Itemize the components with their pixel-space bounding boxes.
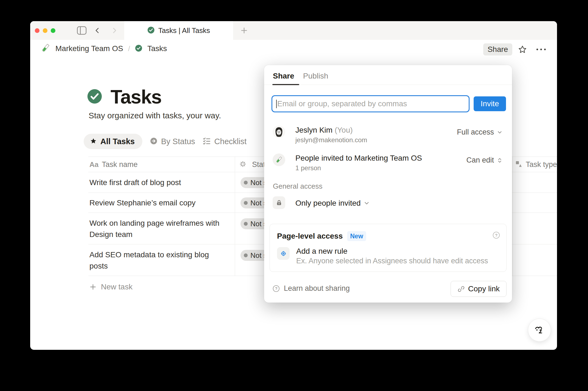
svg-text:?: ? bbox=[495, 233, 497, 238]
star-icon bbox=[90, 138, 97, 145]
view-tab-by-status[interactable]: By Status bbox=[150, 137, 195, 146]
column-divider[interactable] bbox=[235, 157, 235, 276]
minimize-window-button[interactable] bbox=[43, 28, 47, 33]
new-badge: New bbox=[347, 231, 366, 241]
active-tab-underline bbox=[272, 84, 299, 85]
screenshot-stage: Tasks | All Tasks Marketing Team OS / Ta… bbox=[0, 0, 588, 391]
task-name-cell[interactable]: Add SEO metadata to existing blog posts bbox=[89, 249, 225, 272]
add-rule-title[interactable]: Add a new rule bbox=[296, 247, 347, 256]
page-level-access-section: Page-level access New ? Add a new rule E… bbox=[270, 224, 507, 272]
nav-forward-icon[interactable] bbox=[110, 21, 118, 40]
column-header-task-name[interactable]: Aa Task name bbox=[89, 157, 138, 172]
page-subtitle: Stay organized with tasks, your way. bbox=[89, 111, 221, 120]
svg-text:?: ? bbox=[275, 286, 277, 291]
breadcrumb-workspace[interactable]: Marketing Team OS bbox=[55, 44, 123, 53]
dialog-tab-share[interactable]: Share bbox=[273, 72, 294, 80]
text-property-icon: Aa bbox=[89, 160, 98, 169]
copy-link-button[interactable]: Copy link bbox=[451, 281, 507, 297]
shapes-property-icon bbox=[515, 160, 522, 169]
page-level-access-heading-row: Page-level access New bbox=[277, 231, 366, 241]
view-tab-checklist[interactable]: Checklist bbox=[203, 137, 247, 146]
sidebar-toggle-icon[interactable] bbox=[76, 21, 87, 40]
page-header-bar: Marketing Team OS / Tasks Share bbox=[30, 40, 557, 57]
column-header-task-type[interactable]: Task type bbox=[515, 157, 557, 172]
dialog-tabs-divider bbox=[264, 85, 512, 85]
tab-title: Tasks | All Tasks bbox=[158, 26, 210, 35]
help-icon: ? bbox=[272, 285, 280, 292]
breadcrumb: Marketing Team OS / Tasks bbox=[41, 40, 167, 57]
invite-email-input[interactable] bbox=[272, 95, 470, 112]
more-options-icon[interactable] bbox=[536, 48, 549, 51]
board-arrow-icon bbox=[150, 137, 157, 146]
column-divider[interactable] bbox=[512, 157, 513, 276]
group-name: People invited to Marketing Team OS bbox=[295, 154, 422, 163]
breadcrumb-page[interactable]: Tasks bbox=[147, 44, 167, 53]
view-tab-label: All Tasks bbox=[100, 137, 135, 146]
app-window: Tasks | All Tasks Marketing Team OS / Ta… bbox=[30, 21, 557, 350]
plus-icon bbox=[89, 283, 97, 291]
status-dot bbox=[244, 253, 248, 257]
view-tab-all-tasks[interactable]: All Tasks bbox=[84, 134, 142, 149]
view-tab-label: Checklist bbox=[214, 137, 247, 146]
status-property-icon bbox=[239, 161, 246, 169]
share-dialog: Share Publish Invite Jeslyn Kim (You) je… bbox=[264, 65, 512, 303]
text-caret bbox=[276, 100, 277, 108]
chevron-down-icon bbox=[497, 129, 503, 135]
avatar bbox=[273, 125, 285, 138]
traffic-lights bbox=[35, 28, 55, 33]
checklist-icon bbox=[203, 137, 211, 146]
general-access-dropdown[interactable]: Only people invited bbox=[295, 199, 370, 208]
page-title-check-icon[interactable] bbox=[87, 89, 102, 104]
help-icon[interactable]: ? bbox=[492, 231, 500, 240]
view-tab-label: By Status bbox=[161, 137, 195, 146]
member-name: Jeslyn Kim (You) bbox=[295, 126, 353, 135]
nav-back-icon[interactable] bbox=[93, 21, 101, 40]
page-check-icon bbox=[135, 44, 142, 53]
favorite-star-icon[interactable] bbox=[518, 45, 527, 54]
face-icon bbox=[533, 324, 546, 336]
view-tabs: All Tasks By Status Checklist bbox=[84, 134, 247, 149]
tab-check-icon bbox=[147, 26, 155, 35]
notion-ai-face-button[interactable] bbox=[528, 319, 551, 342]
task-name-cell[interactable]: Work on landing page wireframes with Des… bbox=[89, 217, 225, 240]
page-title: Tasks bbox=[111, 86, 162, 108]
member-you-suffix: (You) bbox=[335, 126, 353, 134]
invite-button[interactable]: Invite bbox=[474, 96, 506, 111]
window-tab-bar: Tasks | All Tasks bbox=[30, 21, 557, 40]
close-window-button[interactable] bbox=[35, 28, 39, 33]
group-meta: 1 person bbox=[295, 164, 321, 172]
chevron-up-down-icon bbox=[497, 157, 503, 164]
status-dot bbox=[244, 181, 248, 185]
add-rule-hint: Ex. Anyone selected in Assignees should … bbox=[296, 257, 488, 265]
status-dot bbox=[244, 201, 248, 205]
link-icon bbox=[457, 285, 465, 293]
general-access-heading: General access bbox=[273, 182, 323, 191]
access-dropdown-can-edit[interactable]: Can edit bbox=[466, 156, 503, 164]
zoom-window-button[interactable] bbox=[51, 28, 55, 33]
share-button[interactable]: Share bbox=[483, 43, 512, 55]
dialog-tab-publish[interactable]: Publish bbox=[303, 72, 328, 80]
breadcrumb-separator: / bbox=[128, 44, 130, 53]
task-name-cell[interactable]: Review Stephanie’s email copy bbox=[89, 197, 225, 208]
add-rule-icon[interactable] bbox=[277, 247, 290, 260]
browser-tab-active[interactable]: Tasks | All Tasks bbox=[124, 21, 233, 40]
learn-about-sharing-link[interactable]: ? Learn about sharing bbox=[272, 284, 350, 293]
member-email: jeslyn@makenotion.com bbox=[295, 136, 367, 144]
access-dropdown-full-access[interactable]: Full access bbox=[457, 128, 503, 136]
task-name-cell[interactable]: Write first draft of blog post bbox=[89, 177, 225, 188]
workspace-group-icon bbox=[273, 153, 285, 166]
lock-icon[interactable] bbox=[273, 196, 285, 209]
status-dot bbox=[244, 222, 248, 226]
new-tab-plus-icon[interactable] bbox=[240, 21, 248, 40]
chevron-down-icon bbox=[363, 200, 370, 206]
page-level-access-heading: Page-level access bbox=[277, 232, 343, 241]
workspace-testtube-icon bbox=[41, 43, 50, 54]
